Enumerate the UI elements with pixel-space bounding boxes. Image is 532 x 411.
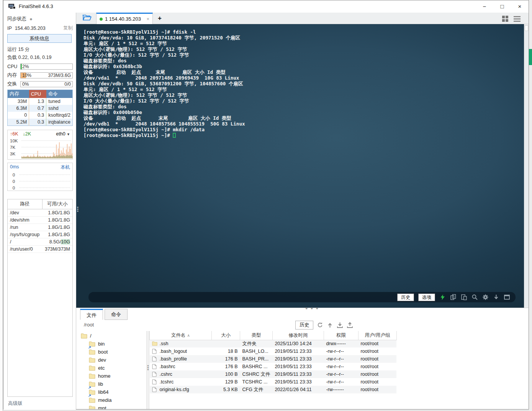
scrollbar-thumb[interactable]: [525, 25, 528, 31]
disk-usage: 1.8G/1.8G: [42, 224, 72, 231]
edition-label[interactable]: 高级版: [8, 400, 23, 407]
file-table-header-1[interactable]: 大小: [212, 331, 240, 340]
file-name: .bash_profile: [160, 356, 187, 362]
lightning-icon[interactable]: [439, 294, 446, 300]
close-button[interactable]: ×: [511, 0, 529, 13]
file-table-header-5[interactable]: 用户/用户组: [358, 331, 396, 340]
menu-icon[interactable]: [513, 15, 521, 22]
process-mem: 0: [8, 112, 29, 119]
tab-commands[interactable]: 命令: [105, 309, 128, 320]
file-row[interactable]: .bashrc176 BBASHRC ...2019/05/11 23:33-r…: [150, 363, 397, 370]
file-permissions: -rw-r--r--: [324, 363, 358, 370]
file-size: 176 B: [212, 355, 240, 363]
disk-row: /dev1.8G/1.8G: [8, 209, 72, 217]
sidebar-splitter-handle[interactable]: ●●●: [76, 206, 79, 212]
history-button[interactable]: 历史: [397, 294, 414, 301]
tree-item-label: bin: [98, 341, 105, 347]
file-mtime: 2019/05/11 23:33: [272, 355, 324, 363]
uptime-label: 运行 15 分: [7, 46, 73, 53]
tree-item-media[interactable]: media: [76, 396, 146, 404]
ping-row: 0: [10, 184, 70, 191]
file-icon: [152, 364, 157, 369]
file-row[interactable]: .tcshrc129 BTCSHRC ...2019/05/11 23:33-r…: [150, 378, 397, 386]
tree-item-root[interactable]: /: [76, 332, 146, 340]
terminal-line: /dev/vda1 * 2048 20971486 20969439 10G 8…: [83, 75, 524, 81]
minimize-button[interactable]: −: [476, 0, 493, 13]
tree-item-etc[interactable]: etc: [76, 364, 146, 372]
file-table-header-0[interactable]: 文件名∧: [150, 331, 212, 340]
file-table-header-2[interactable]: 类型: [240, 331, 273, 340]
header-label: 类型: [251, 333, 261, 338]
refresh-icon[interactable]: [317, 322, 323, 328]
process-header-mem[interactable]: 内存: [8, 90, 29, 98]
settings-icon[interactable]: [482, 294, 489, 300]
tree-item-lib[interactable]: lib: [76, 380, 146, 388]
maximize-button[interactable]: □: [493, 0, 511, 13]
terminal-line: 磁盘标识符: 0x000b050e: [83, 109, 524, 115]
file-owner: root/root: [358, 363, 396, 370]
download-rate: 2K: [25, 131, 31, 137]
tree-item-dev[interactable]: dev: [76, 356, 146, 364]
sync-status-row: 同步状态 ●: [7, 16, 73, 22]
current-path[interactable]: /root: [84, 322, 94, 328]
file-row[interactable]: .ssh文件夹2025/11/30 14:24drwx------root/ro…: [150, 340, 397, 347]
file-manager-panel: ● ● ● 文件 命令 /root 历史 /binbootdevetchomel…: [76, 308, 529, 409]
options-button[interactable]: 选项: [418, 294, 435, 301]
tree-item-home[interactable]: home: [76, 372, 146, 380]
file-row[interactable]: .cshrc100 BCSHRC 文件2019/05/11 23:33-rw-r…: [150, 370, 397, 378]
search-icon[interactable]: [471, 294, 478, 300]
net-gridline: [21, 147, 71, 147]
ping-gridline: [19, 175, 70, 175]
process-row: 5.2M0.3irqbalance: [8, 119, 73, 126]
paste-icon[interactable]: [461, 294, 467, 300]
file-row[interactable]: .bash_profile176 BBASH_PR...2019/05/11 2…: [150, 355, 397, 363]
terminal-line: 单元: 扇区 / 1 * 512 = 512 字节: [83, 86, 524, 92]
download-arrow-icon[interactable]: [493, 294, 499, 300]
background-window-right-sliver: [529, 0, 532, 411]
process-header-cmd[interactable]: 命令: [46, 90, 73, 98]
tab-files[interactable]: 文件: [80, 309, 103, 320]
app-icon: [8, 3, 16, 10]
folder-icon: [89, 341, 95, 347]
chevron-down-icon: ▼: [67, 132, 70, 136]
process-cpu: 0.3: [29, 119, 46, 126]
tab-close-icon[interactable]: ×: [146, 16, 149, 22]
new-tab-button[interactable]: +: [155, 13, 164, 23]
ping-gridline: [19, 188, 70, 188]
file-row[interactable]: original-ks.cfg5.3 KBCFG 文件2022/01/26 04…: [150, 386, 397, 393]
tree-item-lib64[interactable]: lib64: [76, 388, 146, 396]
path-history-button[interactable]: 历史: [295, 321, 313, 329]
disk-total: 10G: [61, 239, 70, 245]
disk-table: 路径可用/大小 /dev1.8G/1.8G/dev/shm1.8G/1.8G/r…: [8, 199, 72, 253]
window-icon[interactable]: [504, 294, 510, 300]
path-bar[interactable]: /root 历史: [76, 320, 529, 331]
tree-splitter[interactable]: ●●●: [146, 331, 149, 409]
tree-item-boot[interactable]: boot: [76, 348, 146, 356]
terminal-scrollbar[interactable]: [524, 24, 529, 308]
download-icon[interactable]: [337, 322, 343, 328]
connection-manager-button[interactable]: [80, 14, 94, 23]
file-table-header-3[interactable]: 修改时间: [272, 331, 324, 340]
copy-ip-link[interactable]: 复制: [63, 25, 73, 31]
symlink-overlay-icon: [88, 385, 91, 388]
terminal-line: 磁盘标识符: 0x6368bc3b: [83, 64, 524, 69]
tab-session-1[interactable]: 1 154.40.35.203 ×: [96, 13, 153, 24]
disk-row: /run1.8G/1.8G: [8, 224, 72, 231]
transfer-up-icon[interactable]: [327, 322, 333, 328]
upload-icon[interactable]: [347, 322, 353, 328]
grid-view-icon[interactable]: [502, 15, 509, 22]
tree-item-bin[interactable]: bin: [76, 340, 146, 348]
net-ytick: 7K: [10, 145, 20, 150]
file-name: .bash_logout: [160, 349, 187, 354]
file-table-header-4[interactable]: 权限: [324, 331, 358, 340]
tree-item-mnt[interactable]: mnt: [76, 404, 146, 409]
process-header-cpu[interactable]: CPU: [29, 90, 46, 98]
copy-icon[interactable]: [450, 294, 457, 300]
terminal[interactable]: [root@Rescue-SkRBIyolV115j ~]# fdisk -lD…: [76, 24, 524, 308]
disk-usage-panel: 路径可用/大小 /dev1.8G/1.8G/dev/shm1.8G/1.8G/r…: [7, 199, 73, 397]
file-row[interactable]: .bash_logout18 BBASH_LO...2019/05/11 23:…: [150, 347, 397, 355]
system-info-button[interactable]: 系统信息: [7, 34, 72, 43]
interface-selector[interactable]: eth0 ▼: [56, 131, 70, 137]
file-owner: root/root: [358, 378, 396, 386]
panel-resize-handle[interactable]: ● ● ●: [305, 306, 319, 310]
